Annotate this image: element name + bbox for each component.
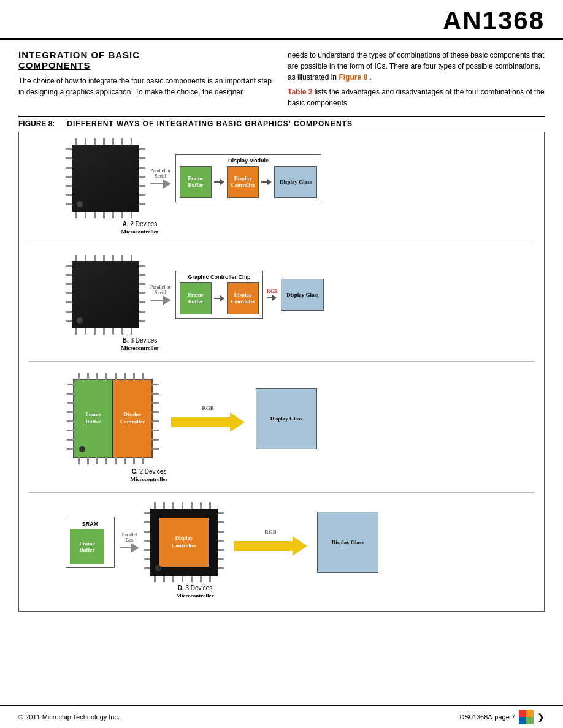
section-title: Integration of BasicComponents [18,50,275,70]
svg-rect-2 [519,717,526,724]
chip-c-dc: DisplayController [113,380,151,457]
diagram-c-label: C. 2 Devices [132,468,167,475]
display-glass-b: Display Glass [281,279,324,311]
figure8-link[interactable]: Figure 8 [339,73,367,82]
diagram-d-label: D. 3 Devices [178,585,213,591]
diagram-a-label: A. 2 Devices [123,221,158,227]
intro-section: Integration of BasicComponents The choic… [18,50,545,108]
diagram-c: FrameBuffer DisplayController RGB [29,365,534,488]
display-module-a: Display Module FrameBuffer DisplayContro… [175,154,321,202]
header: AN1368 [0,0,563,40]
gc-chip-b: Graphic Controller Chip FrameBuffer Disp… [175,271,263,319]
display-glass-d: Display Glass [317,512,378,573]
divider-cd [29,492,534,493]
chip-b-label: Microcontroller [121,345,158,351]
right-para-2: Table 2 lists the advantages and disadva… [288,86,545,108]
footer: © 2011 Microchip Technology Inc. DS01368… [0,705,563,728]
chip-d-dc: DisplayController [159,518,209,567]
svg-rect-1 [526,710,534,717]
microchip-logo [519,710,534,724]
ps-label-d: ParallelBus [122,532,137,543]
display-controller-b: DisplayController [227,282,259,314]
chip-a-label: Microcontroller [121,229,158,235]
ps-label-a: Parallel orSerial [150,168,170,179]
chip-c: FrameBuffer DisplayController [66,371,160,466]
table2-link[interactable]: Table 2 [288,88,312,96]
figure-header: FIGURE 8: DIFFERENT WAYS OF INTEGRATING … [18,116,545,128]
right-column: needs to understand the types of combina… [288,50,545,108]
diagram-b: Parallel orSerial Graphic Controller Chi… [29,249,534,357]
chip-d-label: Microcontroller [176,593,213,599]
ps-label-b: Parallel orSerial [150,284,170,295]
frame-buffer-b: FrameBuffer [180,282,212,314]
left-para: The choice of how to integrate the four … [18,75,275,97]
document-title: AN1368 [443,6,545,36]
divider-ab [29,245,534,245]
svg-rect-3 [526,717,534,724]
figure-label: FIGURE 8: [18,119,55,128]
chip-c-fb: FrameBuffer [74,380,112,457]
chip-c-label: Microcontroller [130,476,167,482]
footer-copyright: © 2011 Microchip Technology Inc. [18,713,120,721]
diagram-a: Parallel orSerial Display Module FrameBu… [29,138,534,241]
svg-rect-0 [519,710,526,717]
chip-a [66,138,145,218]
display-glass-a: Display Glass [274,166,317,198]
left-column: Integration of BasicComponents The choic… [18,50,275,108]
diagram-d: SRAM FrameBuffer ParallelBus [29,496,534,605]
figure-box: Parallel orSerial Display Module FrameBu… [18,132,545,612]
divider-bc [29,361,534,362]
chip-d: DisplayController [144,502,224,582]
display-controller-a: DisplayController [227,166,259,198]
sram-fb: FrameBuffer [70,529,104,564]
footer-page: DS01368A-page 7 [459,713,515,721]
display-glass-c: Display Glass [256,388,317,449]
content-area: Integration of BasicComponents The choic… [0,40,563,612]
diagram-b-label: B. 3 Devices [123,337,158,344]
chip-b [66,255,145,335]
right-para-1: needs to understand the types of combina… [288,50,545,83]
frame-buffer-a: FrameBuffer [180,166,212,198]
nav-arrow[interactable]: ❯ [537,712,545,722]
figure-caption: DIFFERENT WAYS OF INTEGRATING BASIC GRAP… [67,119,353,128]
sram-box: SRAM FrameBuffer [66,517,115,568]
